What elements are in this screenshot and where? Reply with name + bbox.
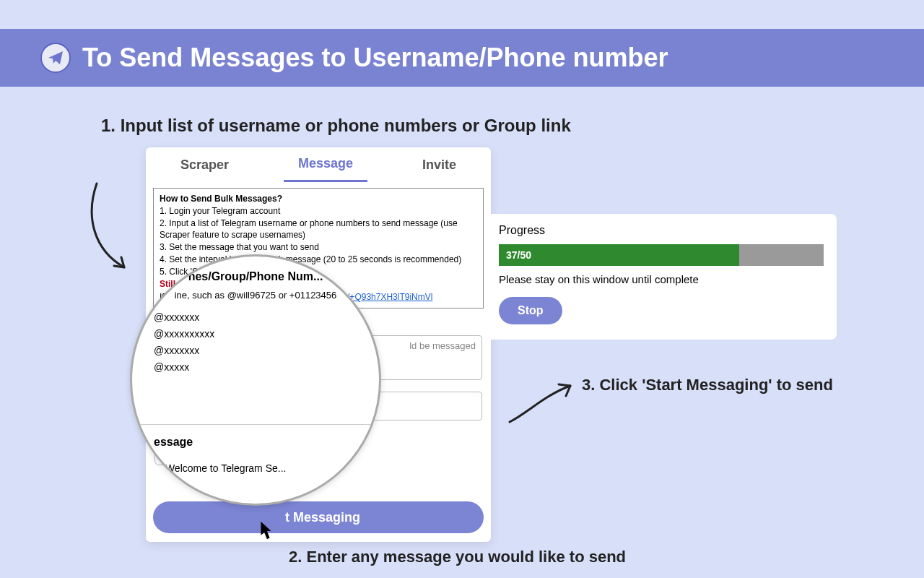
tab-message[interactable]: Message [284,147,367,182]
list-item: @xxxxxxx [154,343,357,358]
arrow-3-icon [505,380,578,431]
stop-button[interactable]: Stop [499,297,562,324]
magnifier-hint: ine, such as @will96725 or +01123456 [154,288,357,303]
progress-note: Please stay on this window until complet… [499,273,824,285]
magnifier-message-label: essage [154,434,357,451]
step-1-label: 1. Input list of username or phone numbe… [101,116,571,136]
magnifier-list: @xxxxxxx @xxxxxxxxxx @xxxxxxx @xxxxx [154,310,357,375]
list-item: @xxxxxxx [154,310,357,325]
arrow-1-icon [84,181,141,273]
help-link[interactable]: e/+Q93h7XH3lT9iNmVl [342,292,432,302]
progress-bar: 37/50 [499,244,824,266]
progress-value: 37/50 [506,249,531,261]
textarea-placeholder: ld be messaged [409,340,476,351]
start-messaging-button[interactable]: St Messaging [153,501,484,533]
step-2-label: 2. Enter any message you would like to s… [289,548,626,566]
tab-scraper[interactable]: Scraper [166,149,243,181]
help-title: How to Send Bulk Messages? [160,193,477,205]
help-line: 3. Set the message that you want to send [160,241,477,254]
help-line: 1. Login your Telegram account [160,205,477,217]
header-title: To Send Messages to Username/Phone numbe… [82,43,668,73]
progress-fill: 37/50 [499,244,739,266]
tabs: Scraper Message Invite [146,147,491,182]
progress-label: Progress [499,224,824,237]
magnifier-overlay: nes/Group/Phone Num... ine, such as @wil… [130,254,381,506]
progress-panel: Progress 37/50 Please stay on this windo… [486,214,837,340]
step-3-label: 3. Click 'Start Messaging' to send [582,376,833,394]
cursor-icon [255,520,276,542]
telegram-icon [40,43,71,73]
start-btn-label: t Messaging [285,510,360,525]
magnifier-message-sample: ❤ Welcome to Telegram Se... [154,461,357,476]
list-item: @xxxxxxxxxx [154,327,357,342]
header-bar: To Send Messages to Username/Phone numbe… [0,29,924,87]
help-line: 2. Input a list of Telegram username or … [160,217,477,242]
list-item: @xxxxx [154,360,357,375]
tab-invite[interactable]: Invite [408,149,471,181]
